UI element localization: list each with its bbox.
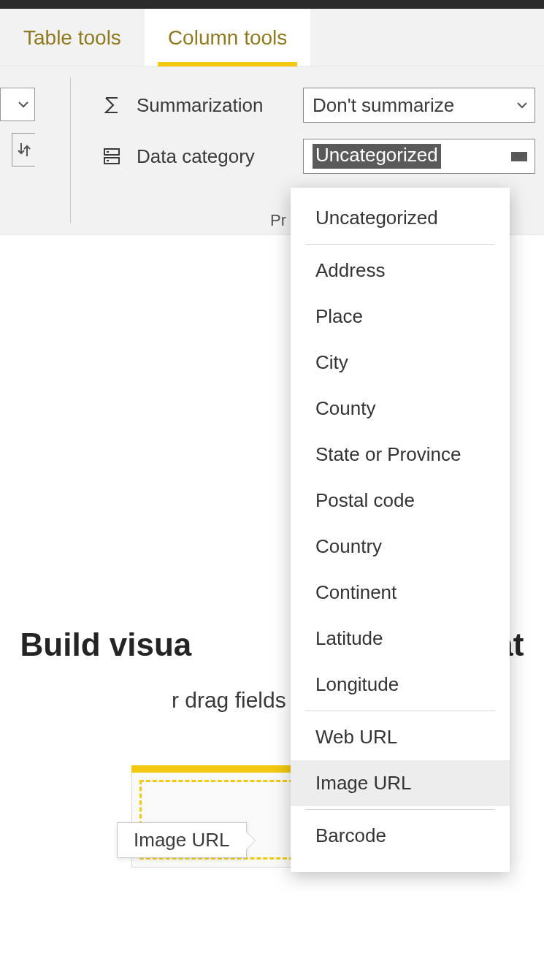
sort-button-stub[interactable] [12, 133, 35, 166]
summarization-select[interactable]: Don't summarize [303, 88, 535, 123]
data-category-label: Data category [137, 145, 290, 168]
dropdown-item[interactable]: Longitude [291, 662, 510, 708]
sigma-icon [100, 93, 123, 117]
tab-label: Table tools [23, 26, 121, 50]
summarization-label: Summarization [137, 94, 290, 117]
data-category-value: Uncategorized [313, 144, 441, 169]
chevron-down-icon [511, 152, 527, 161]
dropdown-item[interactable]: Continent [291, 570, 510, 616]
dropdown-item[interactable]: Postal code [291, 478, 510, 524]
dropdown-separator [305, 244, 495, 245]
svg-rect-2 [107, 151, 109, 153]
data-category-row: Data category Uncategorized [100, 139, 535, 174]
dropdown-item[interactable]: Image URL [291, 760, 510, 806]
dropdown-separator [305, 809, 495, 810]
dropdown-item[interactable]: Web URL [291, 714, 510, 760]
dropdown-item[interactable]: Country [291, 524, 510, 570]
ribbon-left-stub [0, 77, 35, 166]
summarization-row: Summarization Don't summarize [100, 88, 535, 123]
dropdown-item[interactable]: Uncategorized [291, 195, 510, 241]
data-category-icon [100, 145, 123, 168]
data-category-select[interactable]: Uncategorized [303, 139, 535, 174]
dropdown-item[interactable]: City [291, 340, 510, 386]
format-select-stub[interactable] [0, 88, 35, 121]
chevron-down-icon [517, 102, 527, 109]
tab-column-tools[interactable]: Column tools [145, 9, 310, 66]
window-titlebar [0, 0, 544, 9]
dropdown-item[interactable]: Address [291, 248, 510, 294]
tab-label: Column tools [168, 26, 287, 50]
data-category-dropdown: UncategorizedAddressPlaceCityCountyState… [291, 188, 510, 872]
dropdown-item[interactable]: State or Province [291, 432, 510, 478]
ribbon-divider [70, 77, 71, 223]
ribbon-tabs: Table tools Column tools [0, 9, 544, 67]
drag-chip-label: Image URL [134, 829, 230, 851]
tab-table-tools[interactable]: Table tools [0, 9, 145, 66]
summarization-value: Don't summarize [313, 94, 454, 117]
drag-field-chip[interactable]: Image URL [117, 822, 247, 858]
sort-icon [17, 140, 31, 159]
ribbon-group-label: Pr [270, 211, 286, 230]
dropdown-item[interactable]: Place [291, 294, 510, 340]
chevron-down-icon [18, 101, 28, 108]
dropdown-separator [305, 711, 495, 711]
dropdown-item[interactable]: Barcode [291, 813, 510, 859]
dropdown-item[interactable]: Latitude [291, 616, 510, 662]
svg-rect-3 [107, 160, 109, 161]
dropdown-item[interactable]: County [291, 386, 510, 432]
